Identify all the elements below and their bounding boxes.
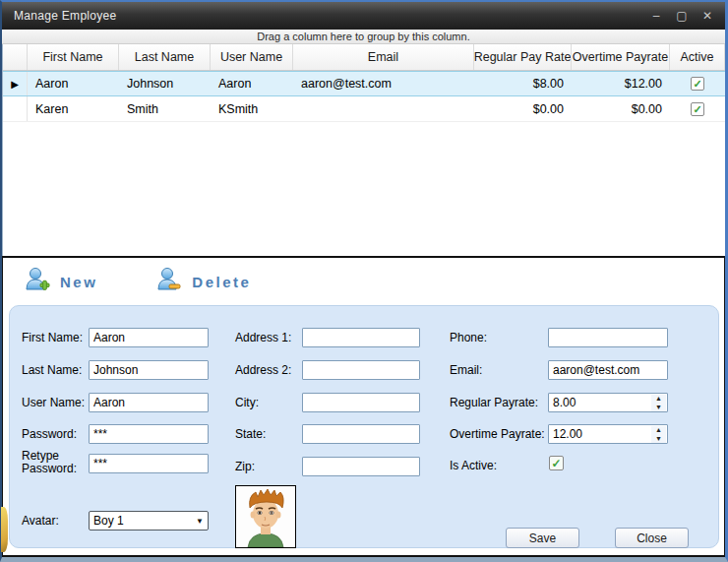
cell-regular-pay-rate[interactable]: $8.00 [474,72,572,95]
last-name-label: Last Name: [22,364,82,377]
cell-email[interactable]: aaron@test.com [293,72,474,95]
column-header-overtime-payrate[interactable]: Overtime Payrate [572,44,670,70]
cell-active: ✓ [670,96,725,121]
employee-grid: First Name Last Name User Name Email Reg… [2,44,725,256]
retype-password-field[interactable] [89,454,209,473]
regular-payrate-field[interactable] [548,393,668,412]
save-button[interactable]: Save [506,528,579,548]
cell-overtime-payrate[interactable]: $12.00 [572,72,670,95]
new-button-label: New [60,274,97,290]
column-header-regular-pay-rate[interactable]: Regular Pay Rate [474,44,572,70]
city-label: City: [235,397,259,409]
cell-first-name[interactable]: Karen [28,96,119,121]
cell-last-name[interactable]: Johnson [119,72,211,95]
first-name-label: First Name: [22,332,83,344]
spin-down-icon[interactable]: ▼ [651,404,666,412]
avatar-label: Avatar: [22,515,59,528]
state-field[interactable] [302,424,420,444]
active-checkbox[interactable]: ✓ [691,77,704,91]
chevron-down-icon: ▼ [196,517,204,526]
grid-empty-area [3,122,725,256]
state-label: State: [235,428,266,441]
address2-field[interactable] [302,360,420,380]
password-label: Password: [22,428,77,441]
delete-button-label: Delete [192,274,251,290]
group-by-band[interactable]: Drag a column here to group by this colu… [2,30,725,44]
row-selector-header [3,44,28,70]
maximize-icon[interactable]: ▢ [674,9,690,23]
is-active-label: Is Active: [450,460,497,472]
detail-toolbar: New Delete [3,258,724,305]
cell-user-name[interactable]: KSmith [211,96,293,121]
row-selector-cell[interactable] [3,96,28,121]
column-header-email[interactable]: Email [293,44,474,70]
table-row[interactable]: ▶ Aaron Johnson Aaron aaron@test.com $8.… [3,71,725,96]
grid-header-row: First Name Last Name User Name Email Reg… [3,44,725,71]
column-header-last-name[interactable]: Last Name [119,44,211,70]
city-field[interactable] [302,393,420,412]
column-header-active[interactable]: Active [670,44,725,70]
cell-email[interactable] [293,96,474,121]
minimize-icon[interactable]: – [648,9,664,23]
avatar-preview-image [235,485,296,548]
password-field[interactable] [89,424,209,444]
overtime-payrate-field[interactable] [548,424,668,444]
email-label: Email: [450,364,482,377]
user-name-label: User Name: [22,397,85,409]
retype-password-label: Retype Password: [22,450,73,475]
spin-up-icon[interactable]: ▲ [651,426,666,435]
address1-field[interactable] [302,328,420,347]
cell-last-name[interactable]: Smith [119,96,211,121]
row-selector-cell[interactable]: ▶ [3,72,28,95]
avatar-select[interactable]: Boy 1 ▼ [89,511,209,531]
email-field[interactable] [548,360,668,380]
cell-regular-pay-rate[interactable]: $0.00 [474,96,572,121]
user-name-field[interactable] [89,393,209,412]
background-artifact [1,507,8,552]
is-active-checkbox[interactable]: ✓ [549,456,564,470]
delete-button[interactable]: Delete [154,266,251,297]
manage-employee-window: Manage Employee – ▢ ✕ Drag a column here… [0,0,728,562]
spin-down-icon[interactable]: ▼ [651,435,666,444]
check-icon: ✓ [693,103,701,115]
zip-label: Zip: [235,461,255,473]
regular-payrate-stepper: ▲ ▼ [548,393,668,413]
selected-row-marker-icon: ▶ [11,79,19,90]
spin-up-icon[interactable]: ▲ [651,395,666,404]
zip-field[interactable] [302,457,420,476]
active-checkbox[interactable]: ✓ [691,102,704,116]
column-header-user-name[interactable]: User Name [211,44,293,70]
cell-user-name[interactable]: Aaron [211,72,293,95]
window-title: Manage Employee [2,9,117,23]
avatar-selected-value: Boy 1 [93,514,124,528]
group-by-hint: Drag a column here to group by this colu… [257,31,469,42]
overtime-payrate-label: Overtime Payrate: [450,428,545,441]
overtime-payrate-spin-buttons: ▲ ▼ [651,426,666,443]
delete-person-icon [154,266,182,297]
new-button[interactable]: New [23,266,97,297]
first-name-field[interactable] [89,328,209,347]
address1-label: Address 1: [235,332,291,344]
title-bar: Manage Employee – ▢ ✕ [2,2,725,30]
cell-active: ✓ [670,72,725,95]
check-icon: ✓ [693,78,701,90]
employee-form: First Name: Last Name: User Name: Passwo… [9,305,719,548]
table-row[interactable]: Karen Smith KSmith $0.00 $0.00 ✓ [3,96,725,122]
close-icon[interactable]: ✕ [699,9,715,23]
close-button[interactable]: Close [615,528,689,548]
phone-label: Phone: [450,332,487,344]
cell-first-name[interactable]: Aaron [28,72,119,95]
window-controls: – ▢ ✕ [648,9,725,23]
column-header-first-name[interactable]: First Name [28,44,119,70]
regular-payrate-label: Regular Payrate: [450,397,538,409]
address2-label: Address 2: [235,364,291,377]
detail-panel: New Delete First Name: Last Name: User N… [2,256,725,557]
phone-field[interactable] [548,328,668,347]
regular-payrate-spin-buttons: ▲ ▼ [651,395,666,411]
check-icon: ✓ [551,457,561,470]
cell-overtime-payrate[interactable]: $0.00 [572,96,670,121]
last-name-field[interactable] [89,360,209,380]
overtime-payrate-stepper: ▲ ▼ [548,424,668,445]
new-person-icon [23,266,50,297]
